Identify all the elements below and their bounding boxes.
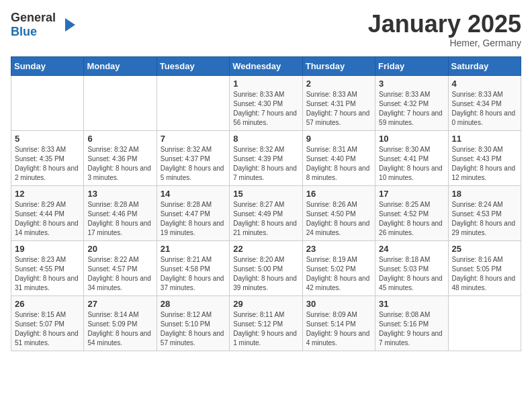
calendar-cell: 8Sunrise: 8:32 AM Sunset: 4:39 PM Daylig… (230, 130, 302, 185)
calendar-body: 1Sunrise: 8:33 AM Sunset: 4:30 PM Daylig… (11, 75, 521, 351)
calendar-cell: 16Sunrise: 8:26 AM Sunset: 4:50 PM Dayli… (302, 185, 375, 240)
calendar-cell: 28Sunrise: 8:12 AM Sunset: 5:10 PM Dayli… (157, 295, 229, 351)
day-info: Sunrise: 8:11 AM Sunset: 5:12 PM Dayligh… (233, 310, 298, 348)
day-info: Sunrise: 8:32 AM Sunset: 4:39 PM Dayligh… (233, 145, 298, 183)
day-number: 22 (233, 244, 298, 254)
week-row-5: 26Sunrise: 8:15 AM Sunset: 5:07 PM Dayli… (11, 295, 521, 351)
week-row-3: 12Sunrise: 8:29 AM Sunset: 4:44 PM Dayli… (11, 185, 521, 240)
title-block: January 2025 Hemer, Germany (368, 11, 521, 48)
day-number: 29 (233, 299, 298, 309)
calendar-table: SundayMondayTuesdayWednesdayThursdayFrid… (11, 56, 521, 351)
calendar-cell: 6Sunrise: 8:32 AM Sunset: 4:36 PM Daylig… (84, 130, 157, 185)
weekday-header-saturday: Saturday (448, 56, 521, 75)
day-info: Sunrise: 8:19 AM Sunset: 5:02 PM Dayligh… (306, 255, 371, 293)
day-info: Sunrise: 8:32 AM Sunset: 4:37 PM Dayligh… (161, 145, 226, 183)
calendar-cell: 13Sunrise: 8:28 AM Sunset: 4:46 PM Dayli… (84, 185, 157, 240)
day-number: 18 (452, 189, 517, 199)
day-number: 15 (233, 189, 298, 199)
day-info: Sunrise: 8:32 AM Sunset: 4:36 PM Dayligh… (87, 145, 152, 183)
day-info: Sunrise: 8:16 AM Sunset: 5:05 PM Dayligh… (452, 255, 517, 293)
calendar-cell: 7Sunrise: 8:32 AM Sunset: 4:37 PM Daylig… (157, 130, 229, 185)
weekday-header-friday: Friday (375, 56, 448, 75)
day-info: Sunrise: 8:33 AM Sunset: 4:34 PM Dayligh… (452, 90, 517, 128)
day-number: 6 (87, 134, 152, 144)
calendar-cell: 11Sunrise: 8:30 AM Sunset: 4:43 PM Dayli… (448, 130, 521, 185)
calendar-cell: 25Sunrise: 8:16 AM Sunset: 5:05 PM Dayli… (448, 240, 521, 295)
week-row-1: 1Sunrise: 8:33 AM Sunset: 4:30 PM Daylig… (11, 75, 521, 130)
day-number: 11 (452, 134, 517, 144)
day-number: 25 (452, 244, 517, 254)
day-number: 2 (306, 79, 371, 89)
day-number: 31 (379, 299, 444, 309)
day-number: 8 (233, 134, 298, 144)
day-number: 1 (233, 79, 298, 89)
calendar-header: SundayMondayTuesdayWednesdayThursdayFrid… (11, 56, 521, 75)
calendar-cell: 17Sunrise: 8:25 AM Sunset: 4:52 PM Dayli… (375, 185, 448, 240)
day-info: Sunrise: 8:30 AM Sunset: 4:43 PM Dayligh… (452, 145, 517, 183)
day-info: Sunrise: 8:33 AM Sunset: 4:35 PM Dayligh… (15, 145, 80, 183)
weekday-header-thursday: Thursday (302, 56, 375, 75)
calendar-cell: 26Sunrise: 8:15 AM Sunset: 5:07 PM Dayli… (11, 295, 84, 351)
day-info: Sunrise: 8:31 AM Sunset: 4:40 PM Dayligh… (306, 145, 371, 183)
day-info: Sunrise: 8:25 AM Sunset: 4:52 PM Dayligh… (379, 200, 444, 238)
day-number: 7 (161, 134, 226, 144)
calendar-cell (84, 75, 157, 130)
day-info: Sunrise: 8:15 AM Sunset: 5:07 PM Dayligh… (15, 310, 80, 348)
week-row-4: 19Sunrise: 8:23 AM Sunset: 4:55 PM Dayli… (11, 240, 521, 295)
day-number: 24 (379, 244, 444, 254)
page-header: General Blue January 2025 Hemer, Germany (11, 11, 521, 48)
svg-marker-0 (65, 18, 75, 32)
weekday-header-sunday: Sunday (11, 56, 84, 75)
calendar-cell: 31Sunrise: 8:08 AM Sunset: 5:16 PM Dayli… (375, 295, 448, 351)
calendar-cell: 27Sunrise: 8:14 AM Sunset: 5:09 PM Dayli… (84, 295, 157, 351)
calendar-cell (11, 75, 84, 130)
calendar-cell (157, 75, 229, 130)
logo-blue: Blue (11, 25, 37, 38)
day-number: 16 (306, 189, 371, 199)
weekday-header-wednesday: Wednesday (230, 56, 302, 75)
day-info: Sunrise: 8:21 AM Sunset: 4:58 PM Dayligh… (161, 255, 226, 293)
day-number: 19 (15, 244, 80, 254)
day-info: Sunrise: 8:18 AM Sunset: 5:03 PM Dayligh… (379, 255, 444, 293)
calendar-cell: 10Sunrise: 8:30 AM Sunset: 4:41 PM Dayli… (375, 130, 448, 185)
day-number: 3 (379, 79, 444, 89)
calendar-cell: 1Sunrise: 8:33 AM Sunset: 4:30 PM Daylig… (230, 75, 302, 130)
calendar-title: January 2025 (368, 11, 521, 38)
day-number: 30 (306, 299, 371, 309)
day-number: 14 (161, 189, 226, 199)
day-info: Sunrise: 8:33 AM Sunset: 4:32 PM Dayligh… (379, 90, 444, 128)
calendar-cell: 20Sunrise: 8:22 AM Sunset: 4:57 PM Dayli… (84, 240, 157, 295)
calendar-cell: 15Sunrise: 8:27 AM Sunset: 4:49 PM Dayli… (230, 185, 302, 240)
logo-text: General Blue (11, 11, 56, 39)
day-info: Sunrise: 8:14 AM Sunset: 5:09 PM Dayligh… (87, 310, 152, 348)
calendar-cell: 5Sunrise: 8:33 AM Sunset: 4:35 PM Daylig… (11, 130, 84, 185)
logo-icon (58, 15, 79, 35)
calendar-cell: 12Sunrise: 8:29 AM Sunset: 4:44 PM Dayli… (11, 185, 84, 240)
day-number: 12 (15, 189, 80, 199)
calendar-cell: 9Sunrise: 8:31 AM Sunset: 4:40 PM Daylig… (302, 130, 375, 185)
day-number: 10 (379, 134, 444, 144)
weekday-row: SundayMondayTuesdayWednesdayThursdayFrid… (11, 56, 521, 75)
logo-general: General (11, 11, 56, 24)
day-info: Sunrise: 8:27 AM Sunset: 4:49 PM Dayligh… (233, 200, 298, 238)
logo: General Blue (11, 11, 79, 39)
weekday-header-monday: Monday (84, 56, 157, 75)
week-row-2: 5Sunrise: 8:33 AM Sunset: 4:35 PM Daylig… (11, 130, 521, 185)
calendar-cell: 30Sunrise: 8:09 AM Sunset: 5:14 PM Dayli… (302, 295, 375, 351)
calendar-cell: 24Sunrise: 8:18 AM Sunset: 5:03 PM Dayli… (375, 240, 448, 295)
day-info: Sunrise: 8:08 AM Sunset: 5:16 PM Dayligh… (379, 310, 444, 348)
day-number: 20 (87, 244, 152, 254)
calendar-cell: 21Sunrise: 8:21 AM Sunset: 4:58 PM Dayli… (157, 240, 229, 295)
calendar-cell: 14Sunrise: 8:28 AM Sunset: 4:47 PM Dayli… (157, 185, 229, 240)
day-info: Sunrise: 8:23 AM Sunset: 4:55 PM Dayligh… (15, 255, 80, 293)
day-info: Sunrise: 8:20 AM Sunset: 5:00 PM Dayligh… (233, 255, 298, 293)
calendar-cell: 2Sunrise: 8:33 AM Sunset: 4:31 PM Daylig… (302, 75, 375, 130)
day-info: Sunrise: 8:22 AM Sunset: 4:57 PM Dayligh… (87, 255, 152, 293)
calendar-cell: 19Sunrise: 8:23 AM Sunset: 4:55 PM Dayli… (11, 240, 84, 295)
day-info: Sunrise: 8:28 AM Sunset: 4:47 PM Dayligh… (161, 200, 226, 238)
day-number: 27 (87, 299, 152, 309)
calendar-cell: 4Sunrise: 8:33 AM Sunset: 4:34 PM Daylig… (448, 75, 521, 130)
day-info: Sunrise: 8:26 AM Sunset: 4:50 PM Dayligh… (306, 200, 371, 238)
day-number: 17 (379, 189, 444, 199)
day-number: 21 (161, 244, 226, 254)
